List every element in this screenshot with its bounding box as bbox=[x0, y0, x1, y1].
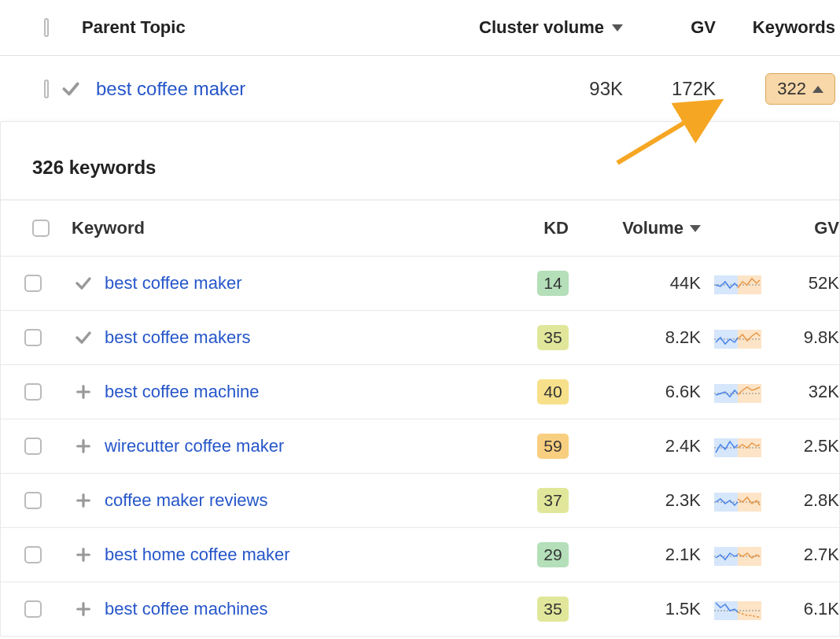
gv-value: 9.8K bbox=[804, 327, 839, 347]
keywords-select-all-checkbox[interactable] bbox=[32, 220, 50, 237]
keyword-row-checkbox[interactable] bbox=[24, 275, 42, 292]
kd-badge: 35 bbox=[537, 597, 569, 622]
kd-badge: 37 bbox=[537, 488, 569, 513]
checkmark-icon bbox=[74, 328, 93, 347]
parent-topic-row: best coffee maker 93K 172K 322 bbox=[0, 56, 840, 123]
plus-icon[interactable] bbox=[75, 438, 92, 455]
keyword-row-status bbox=[65, 274, 101, 293]
keyword-row-checkbox[interactable] bbox=[24, 600, 42, 618]
keyword-row-checkbox-cell bbox=[1, 600, 65, 618]
kheader-keyword[interactable]: Keyword bbox=[65, 218, 507, 238]
trend-sparkline bbox=[704, 434, 772, 459]
keyword-row-status bbox=[65, 328, 101, 347]
kheader-checkbox-cell bbox=[1, 220, 65, 237]
checkmark-icon bbox=[74, 274, 93, 293]
panel-title: 326 keywords bbox=[1, 122, 839, 199]
kheader-kd[interactable]: KD bbox=[507, 218, 570, 238]
cluster-volume-value: 93K bbox=[589, 78, 623, 100]
plus-icon[interactable] bbox=[75, 600, 92, 618]
keyword-row-status bbox=[65, 438, 101, 455]
keyword-row-checkbox-cell bbox=[1, 329, 65, 346]
keyword-row-checkbox[interactable] bbox=[24, 546, 42, 563]
keyword-row: best coffee machine 40 6.6K 32K bbox=[1, 364, 839, 419]
keywords-table-header: Keyword KD Volume GV bbox=[1, 199, 839, 256]
keyword-link[interactable]: coffee maker reviews bbox=[105, 490, 267, 510]
keyword-link[interactable]: best home coffee maker bbox=[105, 545, 290, 564]
keyword-row: best coffee makers 35 8.2K 9.8K bbox=[1, 310, 839, 364]
parent-topic-link[interactable]: best coffee maker bbox=[96, 78, 245, 99]
keyword-row-status bbox=[65, 492, 101, 509]
keywords-count: 322 bbox=[777, 79, 806, 99]
kd-badge: 14 bbox=[537, 271, 569, 296]
checkmark-icon bbox=[61, 79, 81, 99]
keyword-link[interactable]: wirecutter coffee maker bbox=[105, 436, 284, 456]
keyword-row: best coffee maker 14 44K 52K bbox=[1, 256, 839, 310]
keyword-link[interactable]: best coffee maker bbox=[105, 273, 241, 293]
gv-value: 6.1K bbox=[804, 599, 839, 619]
keyword-row-checkbox[interactable] bbox=[24, 329, 42, 346]
kd-badge: 59 bbox=[537, 434, 569, 459]
plus-icon[interactable] bbox=[75, 546, 92, 563]
header-gv[interactable]: GV bbox=[629, 17, 716, 38]
plus-icon[interactable] bbox=[75, 492, 92, 509]
trend-sparkline bbox=[704, 271, 772, 296]
gv-value: 2.8K bbox=[804, 490, 839, 510]
keyword-row: best home coffee maker 29 2.1K 2.7K bbox=[1, 527, 839, 582]
volume-value: 1.5K bbox=[665, 599, 701, 619]
keywords-expand-button[interactable]: 322 bbox=[765, 73, 835, 105]
trend-sparkline bbox=[704, 597, 772, 622]
gv-value: 172K bbox=[672, 78, 716, 99]
triangle-up-icon bbox=[812, 86, 823, 93]
keyword-link[interactable]: best coffee machines bbox=[105, 599, 268, 619]
header-parent-topic[interactable]: Parent Topic bbox=[49, 17, 448, 38]
trend-sparkline bbox=[704, 325, 772, 350]
header-cluster-volume-label: Cluster volume bbox=[479, 17, 604, 38]
keyword-link[interactable]: best coffee makers bbox=[105, 327, 250, 347]
keyword-row: coffee maker reviews 37 2.3K 2.8K bbox=[1, 473, 839, 527]
keyword-row-checkbox[interactable] bbox=[24, 492, 42, 509]
parent-topic-table: Parent Topic Cluster volume GV Keywords … bbox=[0, 0, 840, 123]
gv-value: 2.5K bbox=[804, 436, 839, 456]
row-checkbox-cell bbox=[0, 79, 49, 98]
kheader-gv[interactable]: GV bbox=[772, 218, 839, 238]
trend-sparkline bbox=[704, 488, 772, 513]
parent-table-header: Parent Topic Cluster volume GV Keywords bbox=[0, 0, 840, 56]
trend-sparkline bbox=[704, 542, 772, 567]
volume-value: 6.6K bbox=[665, 382, 701, 402]
keyword-row-checkbox-cell bbox=[1, 438, 65, 455]
keyword-row-checkbox-cell bbox=[1, 383, 65, 401]
volume-value: 8.2K bbox=[665, 327, 701, 348]
keyword-row-checkbox[interactable] bbox=[24, 438, 42, 455]
volume-value: 2.1K bbox=[665, 545, 701, 565]
keyword-row-status bbox=[65, 600, 101, 618]
kheader-volume-label: Volume bbox=[622, 218, 683, 238]
keyword-row-status bbox=[65, 383, 101, 401]
keyword-row-checkbox-cell bbox=[1, 546, 65, 563]
trend-sparkline bbox=[704, 379, 772, 404]
sort-desc-icon bbox=[612, 24, 623, 31]
keyword-row: wirecutter coffee maker 59 2.4K 2.5K bbox=[1, 419, 839, 473]
keyword-row-checkbox[interactable] bbox=[24, 383, 42, 401]
kd-badge: 40 bbox=[537, 379, 569, 404]
keywords-panel: 326 keywords Keyword KD Volume GV best c… bbox=[0, 121, 840, 637]
kd-badge: 29 bbox=[537, 542, 569, 567]
gv-value: 2.7K bbox=[804, 545, 839, 564]
keyword-row-checkbox-cell bbox=[1, 275, 65, 292]
header-cluster-volume[interactable]: Cluster volume bbox=[448, 17, 629, 38]
header-checkbox-cell bbox=[0, 18, 49, 37]
gv-value: 52K bbox=[809, 273, 839, 293]
row-status bbox=[49, 79, 93, 99]
volume-value: 2.3K bbox=[665, 490, 701, 511]
header-keywords[interactable]: Keywords bbox=[716, 17, 840, 38]
keyword-row-status bbox=[65, 546, 101, 563]
keyword-link[interactable]: best coffee machine bbox=[105, 382, 260, 401]
volume-value: 44K bbox=[670, 273, 701, 294]
gv-value: 32K bbox=[809, 382, 839, 401]
kd-badge: 35 bbox=[537, 325, 569, 350]
volume-value: 2.4K bbox=[665, 436, 701, 456]
kheader-volume[interactable]: Volume bbox=[570, 218, 704, 238]
keyword-row: best coffee machines 35 1.5K 6.1K bbox=[1, 582, 839, 636]
plus-icon[interactable] bbox=[75, 383, 92, 401]
sort-desc-icon bbox=[690, 225, 701, 232]
keyword-row-checkbox-cell bbox=[1, 492, 65, 509]
